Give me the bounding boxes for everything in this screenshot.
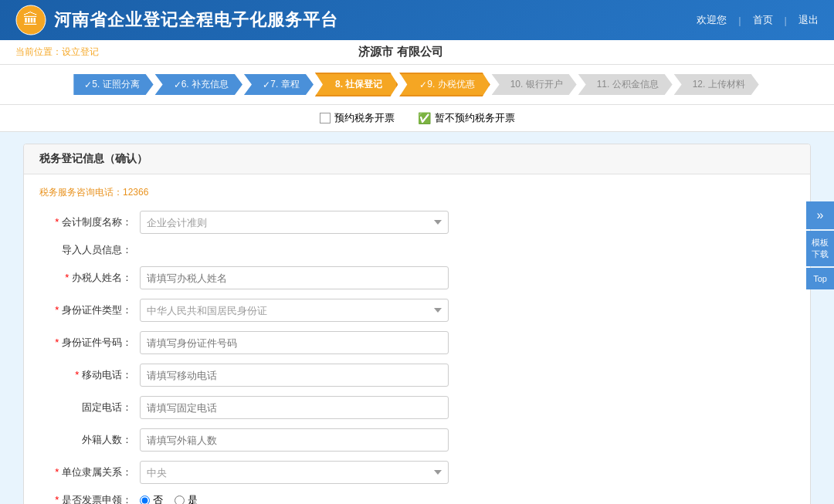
step-9-label: 9. 办税优惠 xyxy=(427,78,474,91)
tax-options-bar: 预约税务开票 ✅ 暂不预约税务开票 xyxy=(0,105,834,132)
invoice-radio-group: 否 是 xyxy=(140,493,198,504)
expand-icon: » xyxy=(817,208,824,222)
step-11[interactable]: 11. 公积金信息 xyxy=(578,74,673,95)
import-staff-label: 导入人员信息： xyxy=(39,243,140,257)
accounting-system-row: 会计制度名称： 企业会计准则 小企业会计准则 其他 xyxy=(39,211,795,234)
step-11-label: 11. 公积金信息 xyxy=(597,78,659,91)
company-name: 济源市 有限公司 xyxy=(358,45,442,59)
id-type-row: 身份证件类型： 中华人民共和国居民身份证 护照 其他 xyxy=(39,299,795,322)
expand-button[interactable]: » xyxy=(806,201,834,229)
landline-row: 固定电话： xyxy=(39,396,795,419)
unit-affiliation-select[interactable]: 中央 省级 市级 县级 xyxy=(140,461,449,484)
invoice-application-label: 是否发票申领： xyxy=(39,493,140,504)
foreigners-input[interactable] xyxy=(140,428,449,452)
taxpayer-name-label: 办税人姓名： xyxy=(39,271,140,285)
invoice-no-option[interactable]: 否 xyxy=(140,493,163,504)
tax-option-2-label: 暂不预约税务开票 xyxy=(435,111,515,125)
step-10[interactable]: 10. 银行开户 xyxy=(492,74,577,95)
step-6-label: 6. 补充信息 xyxy=(181,78,229,91)
template-download-label: 模板下载 xyxy=(812,238,829,259)
id-type-label: 身份证件类型： xyxy=(39,303,140,317)
right-panel: » 模板下载 Top xyxy=(806,201,834,289)
tax-section-header: 税务登记信息（确认） xyxy=(24,144,810,174)
id-number-label: 身份证件号码： xyxy=(39,336,140,350)
unit-affiliation-label: 单位隶属关系： xyxy=(39,465,140,479)
id-type-select[interactable]: 中华人民共和国居民身份证 护照 其他 xyxy=(140,299,449,322)
step-6-check: ✓ xyxy=(174,79,181,90)
taxpayer-name-row: 办税人姓名： xyxy=(39,266,795,289)
foreigners-label: 外籍人数： xyxy=(39,433,140,447)
mobile-row: 移动电话： xyxy=(39,364,795,387)
landline-input[interactable] xyxy=(140,396,449,419)
page-header: 🏛 河南省企业登记全程电子化服务平台 欢迎您 | 首页 | 退出 xyxy=(0,0,834,40)
import-staff-row: 导入人员信息： xyxy=(39,243,795,257)
step-7-label: 7. 章程 xyxy=(270,78,299,91)
breadcrumb-bar: 当前位置：设立登记 济源市 有限公司 xyxy=(0,40,834,65)
step-9[interactable]: ✓ 9. 办税优惠 xyxy=(399,73,490,96)
step-12[interactable]: 12. 上传材料 xyxy=(674,74,759,95)
unit-affiliation-row: 单位隶属关系： 中央 省级 市级 县级 xyxy=(39,461,795,484)
template-download-button[interactable]: 模板下载 xyxy=(806,231,834,266)
step-12-label: 12. 上传材料 xyxy=(693,78,745,91)
tax-checkbox-1[interactable] xyxy=(320,113,331,123)
mobile-label: 移动电话： xyxy=(39,368,140,382)
step-8[interactable]: 8. 社保登记 xyxy=(315,73,398,96)
landline-label: 固定电话： xyxy=(39,401,140,414)
invoice-application-row: 是否发票申领： 否 是 xyxy=(39,493,795,504)
step-9-check: ✓ xyxy=(419,79,427,90)
step-6[interactable]: ✓ 6. 补充信息 xyxy=(155,74,242,95)
svg-text:🏛: 🏛 xyxy=(23,11,39,28)
invoice-no-radio[interactable] xyxy=(140,496,150,505)
step-5[interactable]: ✓ 5. 证照分离 xyxy=(73,74,153,95)
steps-bar: ✓ 5. 证照分离 ✓ 6. 补充信息 ✓ 7. 章程 8. 社保登记 ✓ 9.… xyxy=(0,65,834,105)
tax-hotline: 税务服务咨询电话：12366 xyxy=(39,186,795,199)
tax-section-card: 税务登记信息（确认） 税务服务咨询电话：12366 会计制度名称： 企业会计准则… xyxy=(23,144,811,504)
invoice-yes-radio[interactable] xyxy=(175,496,185,505)
invoice-yes-label: 是 xyxy=(188,493,198,504)
step-8-label: 8. 社保登记 xyxy=(335,78,382,91)
home-link[interactable]: 首页 xyxy=(753,13,773,27)
tax-option-1[interactable]: 预约税务开票 xyxy=(320,111,395,125)
id-number-row: 身份证件号码： xyxy=(39,331,795,354)
invoice-yes-option[interactable]: 是 xyxy=(175,493,198,504)
scroll-top-button[interactable]: Top xyxy=(806,268,834,289)
tax-option-1-label: 预约税务开票 xyxy=(334,111,395,125)
main-content: 税务登记信息（确认） 税务服务咨询电话：12366 会计制度名称： 企业会计准则… xyxy=(0,132,834,504)
step-5-check: ✓ xyxy=(84,79,92,90)
step-7-check: ✓ xyxy=(263,79,270,90)
breadcrumb: 当前位置：设立登记 xyxy=(15,46,99,59)
tax-section-body: 税务服务咨询电话：12366 会计制度名称： 企业会计准则 小企业会计准则 其他… xyxy=(24,174,810,504)
accounting-system-select[interactable]: 企业会计准则 小企业会计准则 其他 xyxy=(140,211,449,234)
tax-checkbox-2-icon: ✅ xyxy=(418,112,431,124)
step-5-label: 5. 证照分离 xyxy=(92,78,139,91)
mobile-input[interactable] xyxy=(140,364,449,387)
taxpayer-name-input[interactable] xyxy=(140,266,449,289)
accounting-system-label: 会计制度名称： xyxy=(39,215,140,229)
welcome-text: 欢迎您 xyxy=(697,13,727,27)
logout-link[interactable]: 退出 xyxy=(798,13,819,27)
logo-area: 🏛 河南省企业登记全程电子化服务平台 xyxy=(15,5,338,36)
header-nav: 欢迎您 | 首页 | 退出 xyxy=(697,13,819,27)
tax-option-2[interactable]: ✅ 暂不预约税务开票 xyxy=(418,111,515,125)
tax-section-title: 税务登记信息（确认） xyxy=(39,152,147,164)
site-title: 河南省企业登记全程电子化服务平台 xyxy=(54,8,338,32)
logo-icon: 🏛 xyxy=(15,5,46,36)
invoice-no-label: 否 xyxy=(153,493,163,504)
id-number-input[interactable] xyxy=(140,331,449,354)
step-10-label: 10. 银行开户 xyxy=(510,78,563,91)
step-7[interactable]: ✓ 7. 章程 xyxy=(244,74,314,95)
foreigners-row: 外籍人数： xyxy=(39,428,795,452)
